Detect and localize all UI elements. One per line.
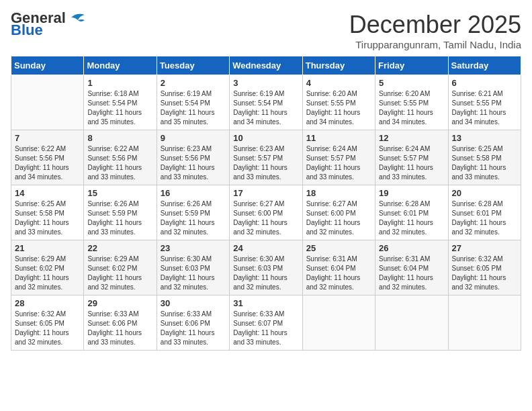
- day-info: Sunrise: 6:33 AM Sunset: 6:07 PM Dayligh…: [233, 310, 298, 347]
- day-number: 26: [379, 243, 444, 253]
- day-number: 12: [379, 133, 444, 143]
- day-number: 25: [306, 243, 371, 253]
- calendar-cell: 20Sunrise: 6:28 AM Sunset: 6:01 PM Dayli…: [448, 185, 521, 240]
- day-info: Sunrise: 6:19 AM Sunset: 5:54 PM Dayligh…: [161, 89, 226, 127]
- calendar-cell: [11, 75, 84, 130]
- calendar-cell: 15Sunrise: 6:26 AM Sunset: 5:59 PM Dayli…: [84, 185, 157, 240]
- day-info: Sunrise: 6:26 AM Sunset: 5:59 PM Dayligh…: [87, 199, 152, 237]
- day-number: 17: [233, 188, 298, 198]
- calendar-cell: 29Sunrise: 6:33 AM Sunset: 6:06 PM Dayli…: [84, 295, 157, 351]
- week-row-4: 21Sunrise: 6:29 AM Sunset: 6:02 PM Dayli…: [11, 240, 521, 295]
- day-number: 6: [452, 78, 517, 88]
- day-number: 5: [379, 78, 444, 88]
- month-title: December 2025: [349, 11, 521, 39]
- calendar-cell: 23Sunrise: 6:30 AM Sunset: 6:03 PM Dayli…: [157, 240, 229, 295]
- header-row: SundayMondayTuesdayWednesdayThursdayFrid…: [11, 56, 521, 75]
- day-info: Sunrise: 6:31 AM Sunset: 6:04 PM Dayligh…: [306, 255, 371, 292]
- week-row-1: 1Sunrise: 6:18 AM Sunset: 5:54 PM Daylig…: [11, 75, 521, 130]
- day-info: Sunrise: 6:22 AM Sunset: 5:56 PM Dayligh…: [87, 144, 152, 182]
- day-number: 31: [233, 298, 298, 308]
- day-info: Sunrise: 6:18 AM Sunset: 5:54 PM Dayligh…: [87, 89, 152, 127]
- week-row-3: 14Sunrise: 6:25 AM Sunset: 5:58 PM Dayli…: [11, 185, 521, 240]
- calendar-cell: 26Sunrise: 6:31 AM Sunset: 6:04 PM Dayli…: [375, 240, 448, 295]
- calendar-cell: 1Sunrise: 6:18 AM Sunset: 5:54 PM Daylig…: [84, 75, 157, 130]
- day-number: 18: [306, 188, 371, 198]
- calendar-cell: 7Sunrise: 6:22 AM Sunset: 5:56 PM Daylig…: [11, 130, 84, 185]
- day-number: 21: [15, 243, 80, 253]
- calendar-cell: 12Sunrise: 6:24 AM Sunset: 5:57 PM Dayli…: [375, 130, 448, 185]
- day-number: 27: [452, 243, 517, 253]
- day-info: Sunrise: 6:19 AM Sunset: 5:54 PM Dayligh…: [233, 89, 298, 127]
- day-number: 22: [87, 243, 152, 253]
- day-info: Sunrise: 6:29 AM Sunset: 6:02 PM Dayligh…: [15, 255, 80, 292]
- day-info: Sunrise: 6:24 AM Sunset: 5:57 PM Dayligh…: [379, 144, 444, 182]
- day-number: 10: [233, 133, 298, 143]
- day-number: 2: [161, 78, 226, 88]
- calendar-cell: 17Sunrise: 6:27 AM Sunset: 6:00 PM Dayli…: [230, 185, 302, 240]
- day-number: 29: [87, 298, 152, 308]
- calendar-cell: 19Sunrise: 6:28 AM Sunset: 6:01 PM Dayli…: [375, 185, 448, 240]
- day-info: Sunrise: 6:32 AM Sunset: 6:05 PM Dayligh…: [15, 310, 80, 347]
- calendar-cell: 3Sunrise: 6:19 AM Sunset: 5:54 PM Daylig…: [230, 75, 302, 130]
- day-number: 20: [452, 188, 517, 198]
- day-info: Sunrise: 6:25 AM Sunset: 5:58 PM Dayligh…: [452, 144, 517, 182]
- calendar-cell: 13Sunrise: 6:25 AM Sunset: 5:58 PM Dayli…: [448, 130, 521, 185]
- day-info: Sunrise: 6:28 AM Sunset: 6:01 PM Dayligh…: [379, 199, 444, 237]
- day-number: 30: [161, 298, 226, 308]
- calendar-cell: 9Sunrise: 6:23 AM Sunset: 5:56 PM Daylig…: [157, 130, 229, 185]
- calendar-cell: 21Sunrise: 6:29 AM Sunset: 6:02 PM Dayli…: [11, 240, 84, 295]
- calendar-cell: 10Sunrise: 6:23 AM Sunset: 5:57 PM Dayli…: [230, 130, 302, 185]
- day-info: Sunrise: 6:31 AM Sunset: 6:04 PM Dayligh…: [379, 255, 444, 292]
- day-info: Sunrise: 6:30 AM Sunset: 6:03 PM Dayligh…: [161, 255, 226, 292]
- calendar-cell: [375, 295, 448, 351]
- day-info: Sunrise: 6:20 AM Sunset: 5:55 PM Dayligh…: [306, 89, 371, 127]
- day-number: 16: [161, 188, 226, 198]
- day-number: 1: [87, 78, 152, 88]
- calendar-cell: 27Sunrise: 6:32 AM Sunset: 6:05 PM Dayli…: [448, 240, 521, 295]
- week-row-2: 7Sunrise: 6:22 AM Sunset: 5:56 PM Daylig…: [11, 130, 521, 185]
- column-header-saturday: Saturday: [448, 56, 521, 75]
- calendar-cell: 16Sunrise: 6:26 AM Sunset: 5:59 PM Dayli…: [157, 185, 229, 240]
- day-info: Sunrise: 6:33 AM Sunset: 6:06 PM Dayligh…: [87, 310, 152, 347]
- day-info: Sunrise: 6:26 AM Sunset: 5:59 PM Dayligh…: [161, 199, 226, 237]
- calendar-cell: [448, 295, 521, 351]
- logo: General Blue: [11, 11, 87, 38]
- day-number: 24: [233, 243, 298, 253]
- calendar-cell: 25Sunrise: 6:31 AM Sunset: 6:04 PM Dayli…: [302, 240, 375, 295]
- day-number: 28: [15, 298, 80, 308]
- day-number: 4: [306, 78, 371, 88]
- day-number: 15: [87, 188, 152, 198]
- day-number: 3: [233, 78, 298, 88]
- day-info: Sunrise: 6:25 AM Sunset: 5:58 PM Dayligh…: [15, 199, 80, 237]
- day-info: Sunrise: 6:28 AM Sunset: 6:01 PM Dayligh…: [452, 199, 517, 237]
- title-block: December 2025 Tirupparangunram, Tamil Na…: [349, 11, 521, 50]
- calendar-cell: 2Sunrise: 6:19 AM Sunset: 5:54 PM Daylig…: [157, 75, 229, 130]
- day-number: 9: [161, 133, 226, 143]
- calendar-cell: 5Sunrise: 6:20 AM Sunset: 5:55 PM Daylig…: [375, 75, 448, 130]
- day-number: 13: [452, 133, 517, 143]
- calendar-cell: 28Sunrise: 6:32 AM Sunset: 6:05 PM Dayli…: [11, 295, 84, 351]
- calendar-cell: 22Sunrise: 6:29 AM Sunset: 6:02 PM Dayli…: [84, 240, 157, 295]
- calendar-cell: [302, 295, 375, 351]
- column-header-sunday: Sunday: [11, 56, 84, 75]
- calendar-cell: 4Sunrise: 6:20 AM Sunset: 5:55 PM Daylig…: [302, 75, 375, 130]
- day-number: 14: [15, 188, 80, 198]
- calendar-cell: 14Sunrise: 6:25 AM Sunset: 5:58 PM Dayli…: [11, 185, 84, 240]
- day-info: Sunrise: 6:33 AM Sunset: 6:06 PM Dayligh…: [161, 310, 226, 347]
- day-number: 11: [306, 133, 371, 143]
- column-header-wednesday: Wednesday: [230, 56, 302, 75]
- day-info: Sunrise: 6:20 AM Sunset: 5:55 PM Dayligh…: [379, 89, 444, 127]
- page-header: General Blue December 2025 Tirupparangun…: [11, 11, 521, 50]
- day-number: 8: [87, 133, 152, 143]
- day-info: Sunrise: 6:27 AM Sunset: 6:00 PM Dayligh…: [233, 199, 298, 237]
- calendar-cell: 6Sunrise: 6:21 AM Sunset: 5:55 PM Daylig…: [448, 75, 521, 130]
- calendar-cell: 24Sunrise: 6:30 AM Sunset: 6:03 PM Dayli…: [230, 240, 302, 295]
- day-number: 19: [379, 188, 444, 198]
- day-info: Sunrise: 6:23 AM Sunset: 5:57 PM Dayligh…: [233, 144, 298, 182]
- calendar-cell: 11Sunrise: 6:24 AM Sunset: 5:57 PM Dayli…: [302, 130, 375, 185]
- day-info: Sunrise: 6:21 AM Sunset: 5:55 PM Dayligh…: [452, 89, 517, 127]
- column-header-tuesday: Tuesday: [157, 56, 229, 75]
- logo-text: General Blue: [11, 11, 87, 38]
- location: Tirupparangunram, Tamil Nadu, India: [349, 39, 521, 50]
- calendar-table: SundayMondayTuesdayWednesdayThursdayFrid…: [11, 56, 521, 351]
